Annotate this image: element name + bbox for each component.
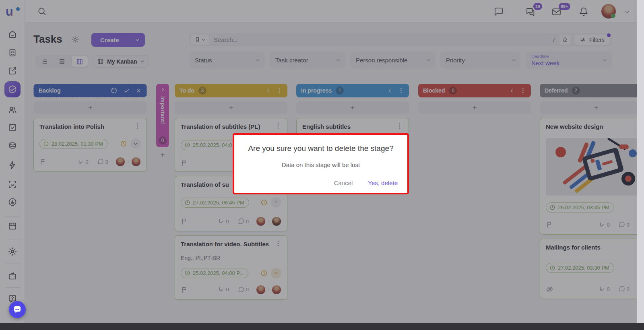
chat-smile-icon — [12, 305, 22, 314]
cancel-button[interactable]: Cancel — [334, 179, 353, 186]
delete-stage-confirm-dialog: Are you sure you want to delete the stag… — [233, 133, 409, 194]
app-screen: u 19 99+ Tasks Create — [0, 0, 644, 330]
dialog-message: Data on this stage will be lost — [234, 161, 407, 168]
scrollbar-track[interactable] — [637, 0, 644, 330]
confirm-delete-button[interactable]: Yes, delete — [368, 179, 398, 186]
dialog-title: Are you sure you want to delete the stag… — [234, 144, 407, 153]
intercom-chat-button[interactable] — [9, 301, 26, 318]
bottom-bar — [0, 323, 644, 330]
